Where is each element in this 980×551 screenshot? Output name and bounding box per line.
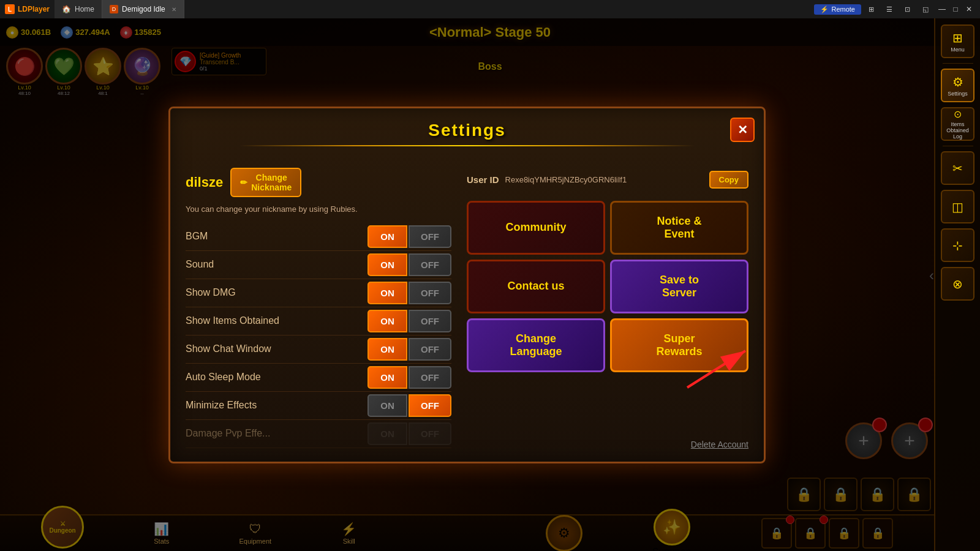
sidebar-menu[interactable]: ⊞ Menu xyxy=(941,24,974,58)
tab-demigod[interactable]: D Demigod Idle ✕ xyxy=(102,0,184,18)
change-language-button[interactable]: ChangeLanguage xyxy=(467,318,605,372)
nickname-section: dilsze ✏ ChangeNickname xyxy=(186,168,451,197)
minimizeeffects-toggle-row: Minimize Effects ON OFF xyxy=(186,392,451,420)
modal-overlay: Settings ✕ dilsze ✏ ChangeNickname You c… xyxy=(0,18,934,551)
maximize-button[interactable]: □ xyxy=(949,3,962,15)
autosleep-label: Auto Sleep Mode xyxy=(186,372,368,383)
sound-toggle-row: Sound ON OFF xyxy=(186,251,451,279)
community-label: Community xyxy=(506,221,567,234)
minimize-button[interactable]: — xyxy=(936,3,948,15)
toolbar-btn-3[interactable]: ⊡ xyxy=(900,4,915,15)
bgm-label: BGM xyxy=(186,231,368,242)
showdmg-off-button[interactable]: OFF xyxy=(409,282,451,304)
user-id-label: User ID xyxy=(467,174,499,185)
showitems-off-button[interactable]: OFF xyxy=(409,310,451,332)
settings-label: Settings xyxy=(948,91,968,97)
sidebar-scissors[interactable]: ✂ xyxy=(941,151,974,185)
sidebar-obtained-log[interactable]: ⊙ Items Obtained Log xyxy=(941,107,974,141)
sidebar-divider-2 xyxy=(943,146,973,146)
sidebar-extra[interactable]: ⊗ xyxy=(941,267,974,301)
showitems-toggle-row: Show Items Obtained ON OFF xyxy=(186,307,451,335)
showdmg-toggle-group: ON OFF xyxy=(368,282,451,304)
delete-account-button[interactable]: Delete Account xyxy=(467,440,748,449)
autosleep-off-button[interactable]: OFF xyxy=(409,366,451,389)
app-logo: L LDPlayer xyxy=(0,4,55,14)
sidebar-settings[interactable]: ⚙ Settings xyxy=(941,69,974,102)
title-underline xyxy=(239,145,695,146)
contact-us-button[interactable]: Contact us xyxy=(467,260,605,313)
left-panel: dilsze ✏ ChangeNickname You can change y… xyxy=(186,168,451,449)
nickname-display: dilsze xyxy=(186,174,223,190)
extra-off-button[interactable]: OFF xyxy=(409,422,451,445)
close-tab-button[interactable]: ✕ xyxy=(172,6,176,13)
minimizeeffects-label: Minimize Effects xyxy=(186,400,368,411)
tab-home[interactable]: 🏠 Home xyxy=(55,0,102,18)
arrow-annotation xyxy=(467,378,748,427)
sidebar-divider-1 xyxy=(943,63,973,64)
sound-on-button[interactable]: ON xyxy=(368,253,407,276)
copy-button[interactable]: Copy xyxy=(709,171,749,189)
showdmg-on-button[interactable]: ON xyxy=(368,282,407,304)
demigod-tab-label: Demigod Idle xyxy=(122,5,165,13)
home-tab-icon: 🏠 xyxy=(62,5,71,13)
change-language-label: ChangeLanguage xyxy=(510,332,562,358)
settings-icon: ⚙ xyxy=(952,75,963,89)
bgm-toggle-group: ON OFF xyxy=(368,225,451,248)
minimizeeffects-off-button[interactable]: OFF xyxy=(409,394,451,417)
toolbar-btn-4[interactable]: ◱ xyxy=(918,4,933,15)
showchat-on-button[interactable]: ON xyxy=(368,338,407,361)
sidebar-folder[interactable]: ◫ xyxy=(941,190,974,223)
extra-on-button[interactable]: ON xyxy=(368,422,407,445)
notice-event-button[interactable]: Notice &Event xyxy=(610,201,748,255)
user-id-row: User ID Rexe8iqYMHR5jNZBcy0GRN6liIf1 Cop… xyxy=(467,168,748,192)
community-button[interactable]: Community xyxy=(467,201,605,255)
extra-toggle-group: ON OFF xyxy=(368,422,451,445)
showchat-label: Show Chat Window xyxy=(186,343,368,354)
close-button[interactable]: ✕ xyxy=(963,3,975,15)
autosleep-on-button[interactable]: ON xyxy=(368,366,407,389)
notice-event-label: Notice &Event xyxy=(657,215,701,241)
remote-icon: ⚡ xyxy=(820,6,829,13)
showitems-toggle-group: ON OFF xyxy=(368,310,451,332)
remote-button[interactable]: ⚡ Remote xyxy=(814,4,861,15)
modal-body: dilsze ✏ ChangeNickname You can change y… xyxy=(170,159,764,462)
logo-icon: L xyxy=(5,4,15,14)
svg-line-1 xyxy=(687,351,745,388)
toolbar-btn-1[interactable]: ⊞ xyxy=(864,4,879,15)
showchat-off-button[interactable]: OFF xyxy=(409,338,451,361)
right-panel: User ID Rexe8iqYMHR5jNZBcy0GRN6liIf1 Cop… xyxy=(467,168,748,449)
folder-icon: ◫ xyxy=(952,200,963,214)
demigod-tab-icon: D xyxy=(110,5,118,13)
nickname-hint: You can change your nickname by using Ru… xyxy=(186,204,451,214)
change-nickname-button[interactable]: ✏ ChangeNickname xyxy=(230,168,301,197)
contact-us-label: Contact us xyxy=(507,280,564,293)
window-controls: — □ ✕ xyxy=(936,3,975,15)
edit-icon: ✏ xyxy=(240,178,247,187)
bgm-on-button[interactable]: ON xyxy=(368,225,407,248)
sidebar-location[interactable]: ⊹ xyxy=(941,228,974,262)
showitems-on-button[interactable]: ON xyxy=(368,310,407,332)
extra-label: Damage Pvp Effe... xyxy=(186,428,368,439)
modal-close-button[interactable]: ✕ xyxy=(730,118,755,142)
sound-label: Sound xyxy=(186,259,368,270)
remote-label: Remote xyxy=(831,6,855,13)
sound-off-button[interactable]: OFF xyxy=(409,253,451,276)
titlebar-tabs: 🏠 Home D Demigod Idle ✕ xyxy=(55,0,184,18)
logo-label: LDPlayer xyxy=(18,5,50,13)
obtained-log-label: Items Obtained Log xyxy=(942,121,973,140)
change-nickname-label: ChangeNickname xyxy=(251,173,292,192)
autosleep-toggle-row: Auto Sleep Mode ON OFF xyxy=(186,364,451,392)
menu-label: Menu xyxy=(951,47,965,53)
minimizeeffects-on-button[interactable]: ON xyxy=(368,394,407,417)
extra-toggle-row: Damage Pvp Effe... ON OFF xyxy=(186,420,451,448)
scissors-icon: ✂ xyxy=(952,161,963,176)
extra-icon: ⊗ xyxy=(952,277,963,291)
showdmg-toggle-row: Show DMG ON OFF xyxy=(186,279,451,307)
save-to-server-button[interactable]: Save toServer xyxy=(610,260,748,313)
toolbar-btn-2[interactable]: ☰ xyxy=(881,4,897,15)
autosleep-toggle-group: ON OFF xyxy=(368,366,451,389)
minimizeeffects-toggle-group: ON OFF xyxy=(368,394,451,417)
modal-header: Settings ✕ xyxy=(170,108,764,159)
bgm-off-button[interactable]: OFF xyxy=(409,225,451,248)
user-id-value: Rexe8iqYMHR5jNZBcy0GRN6liIf1 xyxy=(505,175,703,184)
